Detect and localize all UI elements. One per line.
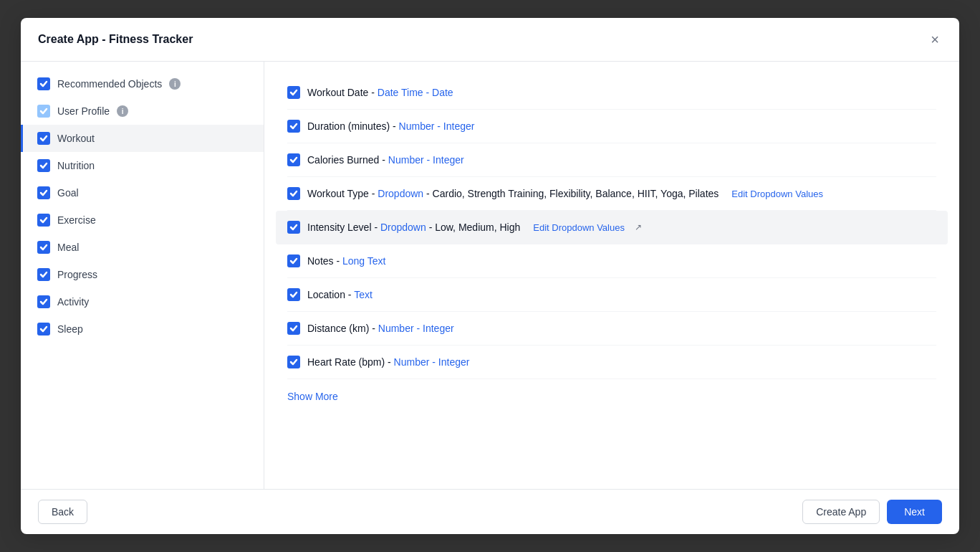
sidebar-item-progress[interactable]: Progress <box>21 261 264 288</box>
sidebar-label-meal: Meal <box>57 242 79 253</box>
sidebar-item-recommended-objects[interactable]: Recommended Objectsi <box>21 70 264 97</box>
sidebar-item-nutrition[interactable]: Nutrition <box>21 152 264 179</box>
modal-footer: Back Create App Next <box>21 489 959 534</box>
sidebar-item-workout[interactable]: Workout <box>21 125 264 152</box>
modal-overlay: Create App - Fitness Tracker × Recommend… <box>0 0 980 552</box>
sidebar-label-workout: Workout <box>57 133 95 144</box>
edit-dropdown-link-intensity-level[interactable]: Edit Dropdown Values <box>533 222 625 233</box>
field-type-link-notes[interactable]: Long Text <box>342 255 385 267</box>
field-checkbox-distance[interactable] <box>287 322 300 335</box>
sidebar-label-activity: Activity <box>57 296 89 308</box>
next-button[interactable]: Next <box>887 500 942 524</box>
sidebar-checkbox-meal[interactable] <box>37 241 50 254</box>
field-row-workout-date: Workout Date - Date Time - Date <box>287 76 936 110</box>
external-link-icon-intensity-level: ↗ <box>635 222 642 232</box>
field-row-distance: Distance (km) - Number - Integer <box>287 312 936 346</box>
modal-title: Create App - Fitness Tracker <box>38 33 193 46</box>
sidebar-item-sleep[interactable]: Sleep <box>21 315 264 343</box>
sidebar-label-user-profile: User Profile <box>57 105 110 117</box>
field-text-notes: Notes - Long Text <box>307 255 385 267</box>
field-type-link-workout-type[interactable]: Dropdown <box>378 188 423 199</box>
field-type-link-location[interactable]: Text <box>354 289 373 300</box>
back-button[interactable]: Back <box>38 500 87 524</box>
field-type-link-duration[interactable]: Number - Integer <box>399 120 475 132</box>
field-type-link-calories-burned[interactable]: Number - Integer <box>388 154 464 166</box>
modal-header: Create App - Fitness Tracker × <box>21 18 959 62</box>
create-app-button[interactable]: Create App <box>802 500 880 524</box>
field-row-duration: Duration (minutes) - Number - Integer <box>287 110 936 143</box>
field-checkbox-duration[interactable] <box>287 120 300 133</box>
field-checkbox-intensity-level[interactable] <box>287 221 300 234</box>
sidebar-item-user-profile[interactable]: User Profilei <box>21 97 264 125</box>
field-checkbox-notes[interactable] <box>287 254 300 267</box>
field-type-link-distance[interactable]: Number - Integer <box>378 323 454 334</box>
sidebar-item-exercise[interactable]: Exercise <box>21 206 264 234</box>
field-text-workout-type: Workout Type - Dropdown - Cardio, Streng… <box>307 188 719 199</box>
sidebar-checkbox-nutrition[interactable] <box>37 159 50 172</box>
main-content: Workout Date - Date Time - DateDuration … <box>264 62 959 489</box>
edit-dropdown-link-workout-type[interactable]: Edit Dropdown Values <box>731 189 823 199</box>
close-button[interactable]: × <box>928 29 942 49</box>
modal-body: Recommended ObjectsiUser ProfileiWorkout… <box>21 62 959 489</box>
field-row-location: Location - Text <box>287 278 936 312</box>
sidebar-label-goal: Goal <box>57 187 79 199</box>
field-type-link-intensity-level[interactable]: Dropdown <box>380 222 426 233</box>
field-checkbox-heart-rate[interactable] <box>287 356 300 368</box>
sidebar-checkbox-user-profile[interactable] <box>37 105 50 118</box>
field-row-heart-rate: Heart Rate (bpm) - Number - Integer <box>287 346 936 379</box>
sidebar-checkbox-workout[interactable] <box>37 132 50 145</box>
field-type-link-workout-date[interactable]: Date Time - Date <box>378 87 453 98</box>
field-row-notes: Notes - Long Text <box>287 244 936 278</box>
field-text-intensity-level: Intensity Level - Dropdown - Low, Medium… <box>307 222 520 233</box>
field-row-intensity-level: Intensity Level - Dropdown - Low, Medium… <box>276 211 948 244</box>
info-icon-user-profile[interactable]: i <box>117 105 128 117</box>
field-type-link-heart-rate[interactable]: Number - Integer <box>394 356 470 368</box>
modal: Create App - Fitness Tracker × Recommend… <box>21 18 959 534</box>
field-checkbox-calories-burned[interactable] <box>287 153 300 166</box>
sidebar-label-exercise: Exercise <box>57 214 96 226</box>
info-icon-recommended-objects[interactable]: i <box>169 78 181 90</box>
field-checkbox-workout-date[interactable] <box>287 86 300 99</box>
sidebar-checkbox-exercise[interactable] <box>37 214 50 227</box>
sidebar-item-meal[interactable]: Meal <box>21 234 264 261</box>
field-text-workout-date: Workout Date - Date Time - Date <box>307 87 453 98</box>
sidebar-label-progress: Progress <box>57 269 97 280</box>
field-text-heart-rate: Heart Rate (bpm) - Number - Integer <box>307 356 469 368</box>
sidebar-label-recommended-objects: Recommended Objects <box>57 78 162 90</box>
field-row-workout-type: Workout Type - Dropdown - Cardio, Streng… <box>287 177 936 211</box>
show-more-link[interactable]: Show More <box>287 391 338 402</box>
sidebar-label-sleep: Sleep <box>57 323 83 335</box>
sidebar-checkbox-progress[interactable] <box>37 268 50 281</box>
sidebar-label-nutrition: Nutrition <box>57 160 95 171</box>
sidebar-item-activity[interactable]: Activity <box>21 288 264 315</box>
sidebar: Recommended ObjectsiUser ProfileiWorkout… <box>21 62 264 489</box>
sidebar-checkbox-sleep[interactable] <box>37 323 50 336</box>
sidebar-checkbox-goal[interactable] <box>37 186 50 199</box>
field-text-duration: Duration (minutes) - Number - Integer <box>307 120 474 132</box>
field-checkbox-workout-type[interactable] <box>287 187 300 200</box>
field-checkbox-location[interactable] <box>287 288 300 301</box>
field-text-distance: Distance (km) - Number - Integer <box>307 323 454 334</box>
field-text-calories-burned: Calories Burned - Number - Integer <box>307 154 464 166</box>
sidebar-item-goal[interactable]: Goal <box>21 179 264 206</box>
sidebar-checkbox-activity[interactable] <box>37 295 50 308</box>
sidebar-checkbox-recommended-objects[interactable] <box>37 77 50 90</box>
field-row-calories-burned: Calories Burned - Number - Integer <box>287 143 936 177</box>
footer-right-actions: Create App Next <box>802 500 942 524</box>
field-text-location: Location - Text <box>307 289 373 300</box>
